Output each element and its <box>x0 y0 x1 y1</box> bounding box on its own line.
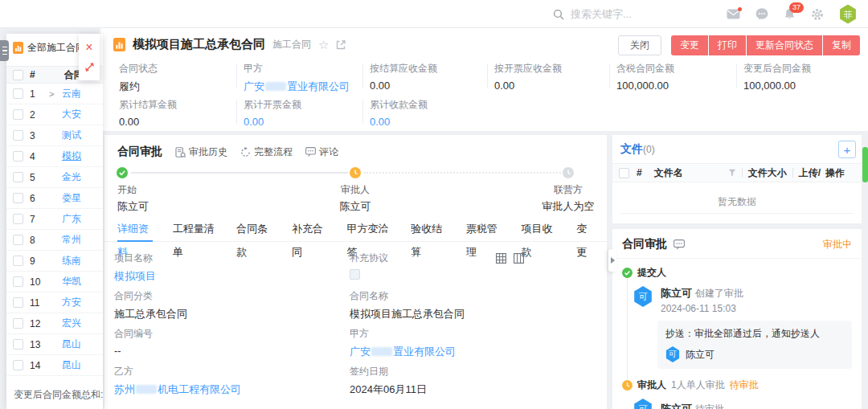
contract-link[interactable]: 广东 <box>62 212 81 226</box>
summary-field: 变更后合同金额100,000.00 <box>743 62 868 94</box>
contract-link[interactable]: 练南 <box>62 254 81 268</box>
tab[interactable]: 票税管理 <box>466 217 502 242</box>
contract-link[interactable]: 宏兴 <box>62 317 81 330</box>
field-value[interactable]: 0.00 <box>370 116 868 128</box>
row-checkbox[interactable] <box>13 109 23 120</box>
row-checkbox[interactable] <box>13 88 23 99</box>
flow-step-partner: 联营方 审批人为空 <box>520 183 607 214</box>
star-icon[interactable]: ☆ <box>318 39 329 51</box>
table-row[interactable]: 7广东 <box>6 209 103 230</box>
field-value[interactable]: 0.00 <box>244 116 370 128</box>
col-index: # <box>30 69 35 80</box>
contract-link[interactable]: 昆山 <box>62 337 81 351</box>
contract-link[interactable]: 常州 <box>62 233 81 247</box>
top-bar: 37 菲 <box>0 0 868 28</box>
row-checkbox[interactable] <box>13 276 23 287</box>
summary-field: 累计结算金额0.00 <box>119 98 244 128</box>
approval-history-button[interactable]: 审批历史 <box>175 145 227 159</box>
contract-link[interactable]: 测试 <box>62 129 81 142</box>
close-button[interactable]: 关闭 <box>618 35 661 55</box>
contract-link[interactable]: 方安 <box>62 296 81 309</box>
row-checkbox[interactable] <box>13 256 23 266</box>
external-link-icon[interactable] <box>336 40 346 50</box>
files-title[interactable]: 文件 <box>620 142 643 157</box>
filter-icon[interactable] <box>728 169 736 177</box>
tab[interactable]: 变更 <box>576 217 594 242</box>
approval-panel-title: 合同审批 <box>622 237 667 252</box>
field-value[interactable]: 广安置业有限公司 <box>350 345 597 359</box>
contract-link[interactable]: 云南 <box>62 87 81 100</box>
row-checkbox[interactable] <box>13 172 23 182</box>
table-row[interactable]: 11方安 <box>6 292 103 313</box>
row-checkbox[interactable] <box>13 339 23 350</box>
close-icon[interactable]: × <box>85 42 92 53</box>
contract-link[interactable]: 娄星 <box>62 191 81 205</box>
column-view-icon[interactable] <box>514 253 524 264</box>
row-checkbox[interactable] <box>13 318 23 329</box>
files-count: (0) <box>643 144 655 155</box>
field-label: 累计结算金额 <box>119 98 244 112</box>
contract-link[interactable]: 金光 <box>62 170 81 184</box>
mail-icon[interactable] <box>727 9 740 19</box>
table-row[interactable]: 2大安 <box>6 104 103 125</box>
row-checkbox[interactable] <box>13 151 23 162</box>
comment-button[interactable]: 评论 <box>305 145 338 159</box>
table-row[interactable]: 9练南 <box>6 251 103 272</box>
row-checkbox[interactable] <box>13 193 23 203</box>
checkbox[interactable] <box>350 269 360 280</box>
field-value[interactable]: 模拟项目 <box>114 269 350 284</box>
avatar[interactable]: 菲 <box>839 5 857 24</box>
table-row[interactable]: 14昆山 <box>6 355 103 376</box>
table-row[interactable]: 8常州 <box>6 230 103 251</box>
check-circle-icon <box>622 268 633 278</box>
field-value[interactable]: 广安置业有限公司 <box>244 80 370 94</box>
bell-icon[interactable]: 37 <box>784 8 796 21</box>
contract-doc-icon <box>113 38 125 51</box>
global-search[interactable] <box>553 0 675 28</box>
contract-list-drawer: × 全部施工合同 # 合同 1>云南2大安3测试4模拟5金光6娄星7广东8常州9… <box>6 34 103 409</box>
row-checkbox[interactable] <box>13 297 23 308</box>
files-select-all-checkbox[interactable] <box>619 168 629 178</box>
row-checkbox[interactable] <box>13 235 23 245</box>
action-button[interactable]: 更新合同状态 <box>747 35 822 55</box>
tab[interactable]: 补充合同 <box>292 217 327 242</box>
scrollbar-thumb[interactable] <box>862 147 868 182</box>
row-checkbox[interactable] <box>13 214 23 224</box>
panel-collapse-handle[interactable] <box>0 40 9 61</box>
row-checkbox[interactable] <box>13 130 23 141</box>
tab[interactable]: 项目收款 <box>522 217 557 242</box>
table-row[interactable]: 6娄星 <box>6 188 103 209</box>
table-row[interactable]: 5金光 <box>6 167 103 188</box>
tab[interactable]: 甲方变洽签 <box>347 217 391 242</box>
table-row[interactable]: 10华凯 <box>6 272 103 292</box>
table-row[interactable]: 12宏兴 <box>6 313 103 334</box>
action-button[interactable]: 打印 <box>709 35 746 55</box>
chat-icon[interactable] <box>755 8 768 20</box>
tab[interactable]: 工程量清单 <box>173 217 217 242</box>
table-row[interactable]: 4模拟 <box>6 146 103 167</box>
table-row[interactable]: 1>云南 <box>6 84 103 104</box>
submitter-entry: 可 陈立可创建了审批 2024-06-11 15:03 <box>633 286 852 314</box>
contract-link[interactable]: 昆山 <box>62 358 81 372</box>
comment-icon[interactable] <box>674 239 685 250</box>
contract-type-tag: 施工合同 <box>272 38 311 51</box>
search-input[interactable] <box>571 8 675 20</box>
contract-link[interactable]: 大安 <box>62 108 81 121</box>
add-file-button[interactable]: + <box>838 141 856 158</box>
contract-link[interactable]: 华凯 <box>62 275 81 288</box>
tab[interactable]: 合同条款 <box>236 217 272 242</box>
field-value[interactable]: 苏州机电工程有限公司 <box>114 382 350 397</box>
gear-icon[interactable] <box>811 8 824 21</box>
expand-icon[interactable] <box>84 62 95 72</box>
table-view-icon[interactable] <box>496 253 506 264</box>
contract-link[interactable]: 模拟 <box>62 149 81 163</box>
full-flow-button[interactable]: 完整流程 <box>240 145 293 159</box>
tab[interactable]: 详细资料 <box>117 217 153 242</box>
table-row[interactable]: 3测试 <box>6 125 103 146</box>
tab[interactable]: 验收结算 <box>411 217 446 242</box>
action-button[interactable]: 复制 <box>823 35 860 55</box>
table-row[interactable]: 13昆山 <box>6 334 103 355</box>
select-all-checkbox[interactable] <box>13 70 23 80</box>
action-button[interactable]: 变更 <box>671 35 708 55</box>
row-checkbox[interactable] <box>13 360 23 370</box>
